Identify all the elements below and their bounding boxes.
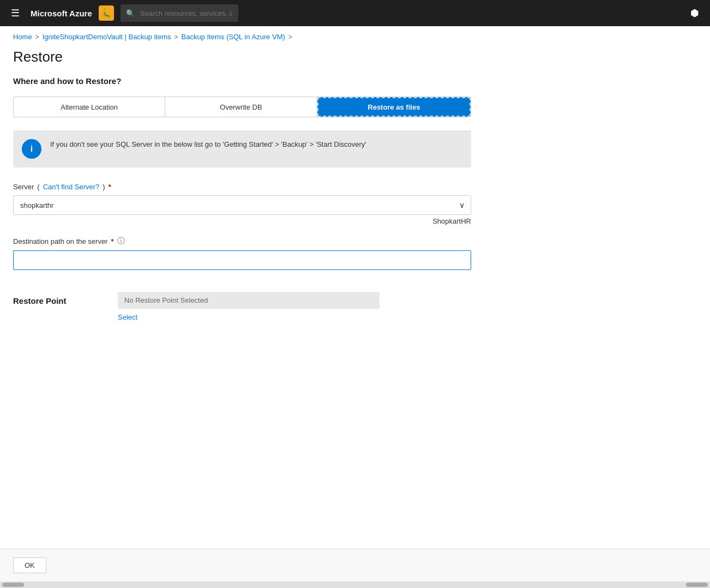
destination-info-icon: ⓘ	[117, 236, 125, 246]
destination-field-label: Destination path on the server * ⓘ	[13, 236, 697, 246]
tab-overwrite-db[interactable]: Overwrite DB	[165, 97, 317, 117]
feedback-bug-icon[interactable]: 🐛	[99, 5, 114, 21]
server-field-label: Server (Can't find Server?) *	[13, 183, 697, 191]
main-container: Home > IgniteShopkartDemoVault | Backup …	[0, 26, 710, 588]
info-icon: i	[22, 139, 41, 159]
info-message: If you don't see your SQL Server in the …	[50, 139, 366, 150]
info-box: i If you don't see your SQL Server in th…	[13, 130, 471, 167]
horizontal-scrollbar[interactable]	[0, 581, 710, 588]
cant-find-server-link[interactable]: Can't find Server?	[43, 183, 100, 191]
restore-type-tabs: Alternate Location Overwrite DB Restore …	[13, 97, 471, 117]
restore-point-select-link[interactable]: Select	[118, 313, 380, 321]
breadcrumb-vault[interactable]: IgniteShopkartDemoVault | Backup items	[43, 33, 171, 41]
search-input[interactable]	[121, 4, 238, 22]
breadcrumb-home[interactable]: Home	[13, 33, 32, 41]
server-hint: ShopkartHR	[13, 217, 471, 225]
scrollbar-thumb-right	[686, 583, 708, 587]
content-area: Where and how to Restore? Alternate Loca…	[0, 76, 710, 549]
server-required-star: *	[109, 183, 111, 191]
breadcrumb-sep-2: >	[175, 33, 178, 41]
restore-point-label: Restore Point	[13, 292, 100, 305]
app-title: Microsoft Azure	[31, 9, 92, 18]
destination-path-input[interactable]	[13, 250, 471, 270]
server-label-text: Server	[13, 183, 34, 191]
section-title: Where and how to Restore?	[13, 76, 697, 86]
destination-label-text: Destination path on the server	[13, 237, 107, 245]
topbar: ☰ Microsoft Azure 🐛 🔍 ⬢	[0, 0, 710, 26]
terminal-icon[interactable]: ⬢	[686, 5, 703, 21]
menu-icon[interactable]: ☰	[7, 5, 24, 21]
search-icon: 🔍	[126, 9, 135, 17]
restore-point-controls: No Restore Point Selected Select	[118, 292, 380, 321]
tab-restore-as-files[interactable]: Restore as files	[317, 97, 471, 117]
breadcrumb-backup-items[interactable]: Backup Items (SQL in Azure VM)	[182, 33, 285, 41]
ok-button[interactable]: OK	[13, 557, 46, 573]
breadcrumb: Home > IgniteShopkartDemoVault | Backup …	[0, 26, 710, 44]
scrollbar-thumb-left	[2, 583, 24, 587]
server-dropdown-wrapper: shopkarthr ∨	[13, 195, 471, 215]
restore-point-section: Restore Point No Restore Point Selected …	[13, 292, 697, 321]
search-wrapper: 🔍	[121, 4, 491, 22]
tab-alternate-location[interactable]: Alternate Location	[14, 97, 165, 117]
restore-point-value: No Restore Point Selected	[118, 292, 380, 309]
page-title: Restore	[0, 44, 710, 76]
bottom-bar: OK	[0, 549, 710, 581]
breadcrumb-sep-3: >	[288, 33, 292, 41]
destination-required-star: *	[111, 237, 113, 245]
server-dropdown[interactable]: shopkarthr	[13, 195, 471, 215]
breadcrumb-sep-1: >	[35, 33, 39, 41]
